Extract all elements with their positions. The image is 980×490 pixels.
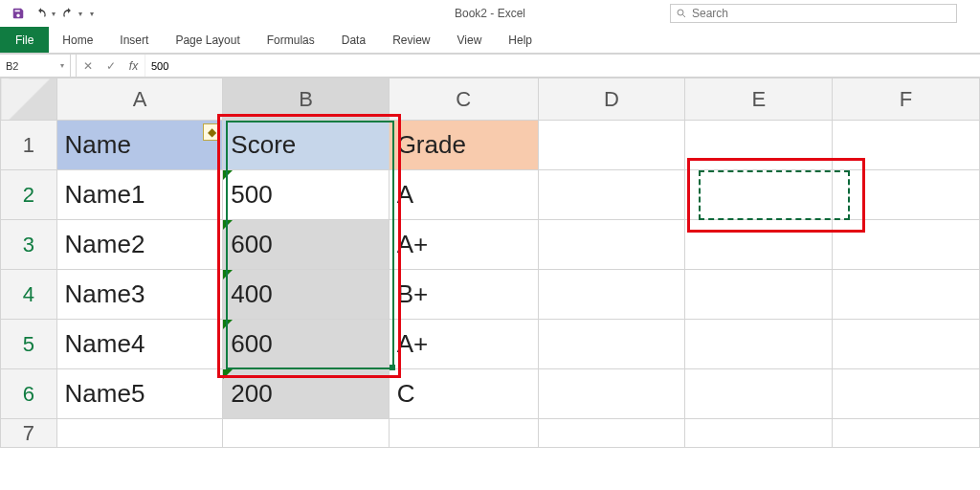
cell-C2[interactable]: A <box>389 170 538 220</box>
search-icon <box>671 8 692 19</box>
qat-buttons: ▾ ▾ ▾ <box>8 3 94 24</box>
undo-dropdown-icon[interactable]: ▾ <box>52 10 56 18</box>
tab-home[interactable]: Home <box>49 27 106 53</box>
row-header-3[interactable]: 3 <box>1 220 57 270</box>
cell-C6[interactable]: C <box>389 369 538 419</box>
col-header-A[interactable]: A <box>56 78 223 121</box>
cell-B1[interactable]: Score <box>223 121 389 170</box>
row-header-2[interactable]: 2 <box>1 170 57 220</box>
col-header-D[interactable]: D <box>538 78 685 121</box>
cell-B4[interactable]: 400 <box>223 270 389 320</box>
cell-D3[interactable] <box>538 220 685 270</box>
x-icon: ✕ <box>83 59 93 73</box>
cell-D7[interactable] <box>538 419 685 448</box>
save-button[interactable] <box>8 3 29 24</box>
cell-C7[interactable] <box>389 419 538 448</box>
cell-A4[interactable]: Name3 <box>56 270 223 320</box>
redo-icon <box>61 7 75 20</box>
quick-access-toolbar: ▾ ▾ ▾ Book2 - Excel <box>0 0 980 27</box>
spreadsheet-grid[interactable]: A B C D E F 1 Name Score Grade 2 Name1 5… <box>0 78 980 448</box>
cell-A7[interactable] <box>56 419 223 448</box>
cell-A2[interactable]: Name1 <box>56 170 223 220</box>
redo-button[interactable] <box>57 3 78 24</box>
cell-E3[interactable] <box>685 220 833 270</box>
cell-A5[interactable]: Name4 <box>56 320 223 369</box>
cell-E4[interactable] <box>685 270 833 320</box>
select-all-corner[interactable] <box>1 78 57 121</box>
cell-C5[interactable]: A+ <box>389 320 538 369</box>
cell-D4[interactable] <box>538 270 685 320</box>
tab-help[interactable]: Help <box>495 27 546 53</box>
col-header-F[interactable]: F <box>833 78 980 121</box>
qat-customize-icon[interactable]: ▾ <box>90 10 94 18</box>
cell-A6[interactable]: Name5 <box>56 369 223 419</box>
window-title: Book2 - Excel <box>455 7 525 20</box>
formula-input[interactable] <box>145 55 980 77</box>
row-header-6[interactable]: 6 <box>1 369 57 419</box>
cell-D1[interactable] <box>538 121 685 170</box>
cell-C4[interactable]: B+ <box>389 270 538 320</box>
cell-F1[interactable] <box>833 121 980 170</box>
cell-E5[interactable] <box>685 320 833 369</box>
cell-B2[interactable]: 500 <box>223 170 389 220</box>
col-header-B[interactable]: B <box>223 78 389 121</box>
name-box[interactable]: B2 ▾ <box>0 55 71 77</box>
save-icon <box>11 7 25 20</box>
check-icon: ✓ <box>106 59 116 73</box>
cell-B7[interactable] <box>223 419 389 448</box>
row-header-4[interactable]: 4 <box>1 270 57 320</box>
col-header-E[interactable]: E <box>685 78 833 121</box>
col-header-C[interactable]: C <box>389 78 538 121</box>
undo-icon <box>34 7 48 20</box>
cell-D6[interactable] <box>538 369 685 419</box>
grid-area: A B C D E F 1 Name Score Grade 2 Name1 5… <box>0 78 980 448</box>
cell-D2[interactable] <box>538 170 685 220</box>
cell-B6[interactable]: 200 <box>223 369 389 419</box>
search-box[interactable] <box>670 4 957 23</box>
tab-view[interactable]: View <box>444 27 496 53</box>
ribbon-tabs: File Home Insert Page Layout Formulas Da… <box>0 27 980 54</box>
warning-icon: ◆ <box>208 125 216 139</box>
row-header-7[interactable]: 7 <box>1 419 57 448</box>
tab-page-layout[interactable]: Page Layout <box>162 27 253 53</box>
tab-file[interactable]: File <box>0 27 49 53</box>
tab-data[interactable]: Data <box>328 27 379 53</box>
cell-D5[interactable] <box>538 320 685 369</box>
cell-F3[interactable] <box>833 220 980 270</box>
tab-review[interactable]: Review <box>379 27 443 53</box>
tab-formulas[interactable]: Formulas <box>254 27 328 53</box>
cell-C3[interactable]: A+ <box>389 220 538 270</box>
cell-F6[interactable] <box>833 369 980 419</box>
cell-E2[interactable] <box>685 170 833 220</box>
chevron-down-icon[interactable]: ▾ <box>60 61 64 70</box>
error-check-tag[interactable]: ◆ <box>203 123 220 141</box>
svg-point-0 <box>678 10 683 15</box>
cell-B5[interactable]: 600 <box>223 320 389 369</box>
cell-F7[interactable] <box>833 419 980 448</box>
formula-bar: B2 ▾ ✕ ✓ fx <box>0 55 980 78</box>
cell-F5[interactable] <box>833 320 980 369</box>
name-box-value: B2 <box>6 60 18 72</box>
search-input[interactable] <box>692 7 956 20</box>
fx-label[interactable]: fx <box>122 55 145 77</box>
cell-E6[interactable] <box>685 369 833 419</box>
cell-C1[interactable]: Grade <box>389 121 538 170</box>
cell-A1[interactable]: Name <box>56 121 223 170</box>
cell-E7[interactable] <box>685 419 833 448</box>
tab-insert[interactable]: Insert <box>106 27 162 53</box>
cell-E1[interactable] <box>685 121 833 170</box>
cancel-formula-button[interactable]: ✕ <box>77 55 100 77</box>
row-header-5[interactable]: 5 <box>1 320 57 369</box>
cell-A3[interactable]: Name2 <box>56 220 223 270</box>
enter-formula-button[interactable]: ✓ <box>100 55 122 77</box>
cell-F4[interactable] <box>833 270 980 320</box>
redo-dropdown-icon[interactable]: ▾ <box>78 10 82 18</box>
svg-line-1 <box>683 15 686 18</box>
undo-button[interactable] <box>31 3 52 24</box>
cell-B3[interactable]: 600 <box>223 220 389 270</box>
cell-F2[interactable] <box>833 170 980 220</box>
row-header-1[interactable]: 1 <box>1 121 57 170</box>
